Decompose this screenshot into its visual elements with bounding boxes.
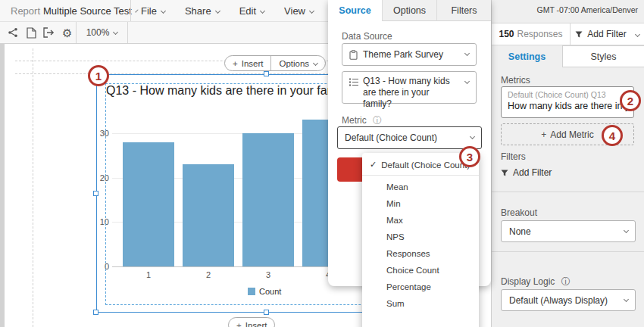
callout-2: 2 — [620, 90, 641, 111]
tab-settings[interactable]: Settings — [492, 45, 562, 67]
menu-item-nps[interactable]: NPS — [362, 229, 479, 245]
breakout-section-label: Breakout — [501, 207, 537, 218]
chevron-down-icon — [464, 51, 470, 56]
metric-card[interactable]: Default (Choice Count) Q13 How many kids… — [501, 86, 634, 118]
chevron-down-icon — [470, 134, 475, 139]
chevron-down-icon — [624, 296, 629, 301]
menu-item-percentage[interactable]: Percentage — [362, 279, 479, 295]
plus-icon: + — [236, 321, 242, 327]
callout-3: 3 — [459, 146, 480, 167]
insert-options-pill: + Insert Options — [224, 55, 326, 71]
chevron-down-icon — [309, 8, 314, 13]
menu-item-choice-count[interactable]: Choice Count — [362, 262, 479, 279]
plus-icon: + — [233, 59, 238, 68]
chevron-down-icon — [135, 9, 138, 12]
metric-select[interactable]: Default (Choice Count) — [337, 126, 482, 149]
menu-view[interactable]: View — [284, 5, 314, 17]
breakout-select[interactable]: None — [501, 220, 636, 242]
survey-select[interactable]: Theme Park Survey — [342, 43, 477, 66]
options-button[interactable]: Options — [271, 56, 325, 70]
chevron-down-icon — [635, 31, 640, 36]
chevron-down-icon — [215, 8, 220, 13]
menu-item-responses[interactable]: Responses — [362, 245, 479, 262]
section-divider — [492, 251, 644, 252]
resize-handle-bottom-left[interactable] — [93, 310, 98, 315]
tab-source[interactable]: Source — [328, 0, 382, 21]
responses-count: 150 — [499, 29, 514, 39]
funnel-icon — [575, 31, 583, 38]
canvas-edge — [0, 44, 5, 327]
divider — [130, 0, 131, 21]
insert-button[interactable]: + Insert — [225, 56, 270, 70]
tab-styles[interactable]: Styles — [562, 45, 644, 67]
menu-item-max[interactable]: Max — [362, 212, 479, 229]
metric-label: Metric ⓘ — [342, 114, 382, 127]
section-divider — [492, 192, 644, 192]
source-panel-tabs: Source Options Filters — [328, 0, 491, 21]
menu-item-sum[interactable]: Sum — [362, 295, 479, 312]
insert-below-pill: + Insert — [228, 317, 275, 327]
callout-1: 1 — [88, 65, 109, 86]
resize-handle-bottom-center[interactable] — [264, 310, 269, 315]
tab-options[interactable]: Options — [382, 0, 436, 21]
metric-card-title: How many kids are there in your f… — [508, 101, 627, 111]
display-logic-select[interactable]: Default (Always Display) — [501, 289, 636, 311]
responses-filter-bar: 150 Responses Add Filter — [492, 23, 644, 45]
resize-handle-mid-left[interactable] — [93, 191, 98, 196]
metric-card-subtitle: Default (Choice Count) Q13 — [508, 90, 627, 99]
report-label: Report — [11, 5, 40, 17]
checkmark-icon: ✓ — [370, 160, 377, 170]
filters-section-label: Filters — [501, 151, 526, 162]
chevron-down-icon — [624, 227, 629, 232]
report-name: Multiple Source Test — [43, 5, 132, 17]
report-selector[interactable]: Report Multiple Source Test — [0, 5, 130, 17]
clipboard-icon — [349, 50, 358, 60]
info-icon[interactable]: ⓘ — [561, 276, 571, 287]
export-icon[interactable] — [41, 23, 58, 42]
chevron-down-icon — [313, 61, 318, 66]
timezone-label: GMT -07:00 America/Denver — [537, 5, 638, 14]
display-logic-section-label: Display Logic ⓘ — [501, 276, 571, 288]
insert-button-bottom[interactable]: + Insert — [229, 318, 274, 327]
toolbar-icon-group: ⚙ — [0, 23, 76, 42]
metric-select-value: Default (Choice Count) — [345, 132, 437, 143]
metric-dropdown-menu: ✓ Default (Choice Count) Mean Min Max NP… — [362, 153, 479, 327]
add-filter-link[interactable]: Add Filter — [501, 167, 552, 178]
menu-edit[interactable]: Edit — [239, 5, 264, 17]
data-source-label: Data Source — [342, 31, 392, 42]
chevron-down-icon — [113, 30, 118, 35]
numbered-list-icon — [349, 78, 358, 86]
settings-sidebar: GMT -07:00 America/Denver 150 Responses … — [491, 0, 644, 327]
menu-file[interactable]: File — [141, 5, 165, 17]
share-icon[interactable] — [5, 23, 22, 42]
info-icon[interactable]: ⓘ — [373, 115, 382, 126]
report-builder-app: Report Multiple Source Test File Share E… — [0, 0, 644, 327]
responses-count-button[interactable]: 150 Responses — [492, 23, 571, 45]
callout-4: 4 — [602, 125, 623, 146]
breakout-select-value: None — [509, 226, 531, 237]
metrics-section-label: Metrics — [501, 75, 530, 86]
display-logic-select-value: Default (Always Display) — [509, 295, 608, 306]
chevron-down-icon — [260, 8, 265, 13]
survey-select-value: Theme Park Survey — [363, 49, 443, 60]
menu-share[interactable]: Share — [185, 5, 220, 17]
zoom-level-value: 100% — [86, 27, 110, 38]
add-filter-button[interactable]: Add Filter — [571, 23, 644, 45]
resize-handle-top-center[interactable] — [264, 71, 269, 76]
gear-icon[interactable]: ⚙ — [58, 23, 76, 42]
tab-filters[interactable]: Filters — [436, 0, 491, 21]
menu-item-min[interactable]: Min — [362, 195, 479, 212]
chevron-down-icon — [161, 8, 166, 13]
zoom-level-dropdown[interactable]: 100% — [77, 27, 127, 38]
question-select-value: Q13 - How many kids are there in your fa… — [363, 76, 459, 110]
plus-icon: + — [541, 129, 546, 140]
chevron-down-icon — [464, 79, 470, 84]
funnel-icon — [501, 170, 508, 176]
export-pdf-icon[interactable] — [23, 23, 40, 42]
menu-item-mean[interactable]: Mean — [362, 179, 479, 195]
responses-word: Responses — [517, 29, 562, 39]
divider — [127, 22, 128, 43]
page-margin-guide-vertical — [33, 48, 33, 327]
question-select[interactable]: Q13 - How many kids are there in your fa… — [342, 71, 477, 104]
